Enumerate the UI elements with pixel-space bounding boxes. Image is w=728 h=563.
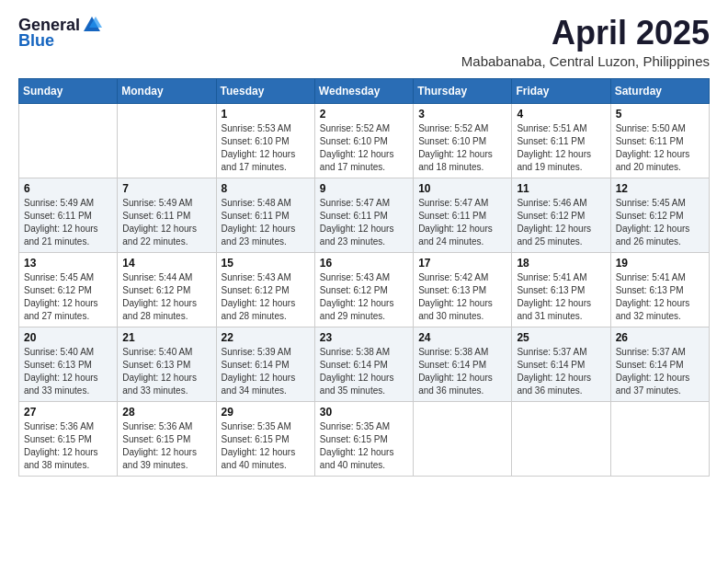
calendar-week-row: 1Sunrise: 5:53 AMSunset: 6:10 PMDaylight… [19, 103, 710, 178]
calendar-week-row: 27Sunrise: 5:36 AMSunset: 6:15 PMDayligh… [19, 401, 710, 476]
day-number: 24 [418, 331, 506, 344]
calendar-cell: 21Sunrise: 5:40 AMSunset: 6:13 PMDayligh… [118, 327, 216, 401]
day-info: Sunrise: 5:52 AMSunset: 6:10 PMDaylight:… [418, 122, 506, 174]
day-number: 29 [222, 406, 310, 419]
day-info: Sunrise: 5:47 AMSunset: 6:11 PMDaylight:… [320, 197, 408, 248]
calendar-cell [512, 401, 610, 476]
day-number: 4 [517, 108, 605, 121]
day-info: Sunrise: 5:40 AMSunset: 6:13 PMDaylight:… [24, 346, 112, 397]
calendar-cell: 11Sunrise: 5:46 AMSunset: 6:12 PMDayligh… [512, 178, 610, 252]
logo-blue: Blue [18, 31, 54, 51]
calendar-cell: 26Sunrise: 5:37 AMSunset: 6:14 PMDayligh… [610, 327, 709, 401]
calendar-cell: 17Sunrise: 5:42 AMSunset: 6:13 PMDayligh… [414, 252, 512, 327]
logo: General Blue [18, 15, 102, 51]
day-info: Sunrise: 5:44 AMSunset: 6:12 PMDaylight:… [122, 271, 210, 323]
calendar-cell: 6Sunrise: 5:49 AMSunset: 6:11 PMDaylight… [19, 178, 118, 252]
day-info: Sunrise: 5:37 AMSunset: 6:14 PMDaylight:… [517, 346, 605, 397]
calendar-cell: 13Sunrise: 5:45 AMSunset: 6:12 PMDayligh… [19, 252, 118, 327]
day-info: Sunrise: 5:49 AMSunset: 6:11 PMDaylight:… [24, 197, 112, 248]
calendar-table: SundayMondayTuesdayWednesdayThursdayFrid… [18, 78, 710, 477]
day-info: Sunrise: 5:37 AMSunset: 6:14 PMDaylight:… [616, 346, 704, 397]
calendar-cell: 20Sunrise: 5:40 AMSunset: 6:13 PMDayligh… [19, 327, 118, 401]
day-info: Sunrise: 5:38 AMSunset: 6:14 PMDaylight:… [418, 346, 506, 397]
calendar-cell: 3Sunrise: 5:52 AMSunset: 6:10 PMDaylight… [414, 103, 512, 178]
day-number: 21 [122, 331, 210, 344]
day-number: 30 [320, 406, 408, 419]
day-info: Sunrise: 5:48 AMSunset: 6:11 PMDaylight:… [222, 197, 310, 248]
day-number: 15 [222, 257, 310, 270]
day-number: 9 [320, 182, 408, 195]
calendar-week-row: 13Sunrise: 5:45 AMSunset: 6:12 PMDayligh… [19, 252, 710, 327]
day-number: 5 [616, 108, 704, 121]
day-number: 7 [122, 182, 210, 195]
calendar-cell: 9Sunrise: 5:47 AMSunset: 6:11 PMDaylight… [314, 178, 413, 252]
calendar-cell: 30Sunrise: 5:35 AMSunset: 6:15 PMDayligh… [314, 401, 413, 476]
day-info: Sunrise: 5:50 AMSunset: 6:11 PMDaylight:… [616, 122, 704, 174]
calendar-cell: 25Sunrise: 5:37 AMSunset: 6:14 PMDayligh… [512, 327, 610, 401]
calendar-cell: 12Sunrise: 5:45 AMSunset: 6:12 PMDayligh… [610, 178, 709, 252]
calendar-cell: 7Sunrise: 5:49 AMSunset: 6:11 PMDaylight… [118, 178, 216, 252]
day-number: 1 [222, 108, 310, 121]
calendar-cell: 16Sunrise: 5:43 AMSunset: 6:12 PMDayligh… [314, 252, 413, 327]
weekday-header: Tuesday [216, 78, 314, 103]
day-number: 11 [517, 182, 605, 195]
calendar-cell [19, 103, 118, 178]
day-info: Sunrise: 5:35 AMSunset: 6:15 PMDaylight:… [320, 420, 408, 472]
day-info: Sunrise: 5:51 AMSunset: 6:11 PMDaylight:… [517, 122, 605, 174]
title-section: April 2025 Mababanaba, Central Luzon, Ph… [461, 15, 710, 69]
day-number: 10 [418, 182, 506, 195]
day-number: 6 [24, 182, 112, 195]
calendar-cell: 19Sunrise: 5:41 AMSunset: 6:13 PMDayligh… [610, 252, 709, 327]
day-number: 26 [616, 331, 704, 344]
day-info: Sunrise: 5:41 AMSunset: 6:13 PMDaylight:… [616, 271, 704, 323]
calendar-cell: 1Sunrise: 5:53 AMSunset: 6:10 PMDaylight… [216, 103, 314, 178]
subtitle: Mababanaba, Central Luzon, Philippines [461, 53, 710, 69]
calendar-cell [414, 401, 512, 476]
day-number: 20 [24, 331, 112, 344]
day-info: Sunrise: 5:36 AMSunset: 6:15 PMDaylight:… [24, 420, 112, 472]
day-number: 12 [616, 182, 704, 195]
calendar-cell: 18Sunrise: 5:41 AMSunset: 6:13 PMDayligh… [512, 252, 610, 327]
day-info: Sunrise: 5:46 AMSunset: 6:12 PMDaylight:… [517, 197, 605, 248]
weekday-header: Wednesday [314, 78, 413, 103]
day-number: 13 [24, 257, 112, 270]
day-info: Sunrise: 5:35 AMSunset: 6:15 PMDaylight:… [222, 420, 310, 472]
day-info: Sunrise: 5:43 AMSunset: 6:12 PMDaylight:… [320, 271, 408, 323]
day-number: 18 [517, 257, 605, 270]
calendar-cell: 4Sunrise: 5:51 AMSunset: 6:11 PMDaylight… [512, 103, 610, 178]
day-info: Sunrise: 5:52 AMSunset: 6:10 PMDaylight:… [320, 122, 408, 174]
day-number: 25 [517, 331, 605, 344]
weekday-header: Thursday [414, 78, 512, 103]
calendar-cell: 27Sunrise: 5:36 AMSunset: 6:15 PMDayligh… [19, 401, 118, 476]
main-title: April 2025 [461, 15, 710, 52]
day-info: Sunrise: 5:43 AMSunset: 6:12 PMDaylight:… [222, 271, 310, 323]
calendar-cell: 29Sunrise: 5:35 AMSunset: 6:15 PMDayligh… [216, 401, 314, 476]
calendar-week-row: 6Sunrise: 5:49 AMSunset: 6:11 PMDaylight… [19, 178, 710, 252]
day-info: Sunrise: 5:38 AMSunset: 6:14 PMDaylight:… [320, 346, 408, 397]
calendar-cell: 15Sunrise: 5:43 AMSunset: 6:12 PMDayligh… [216, 252, 314, 327]
day-number: 14 [122, 257, 210, 270]
calendar-cell: 14Sunrise: 5:44 AMSunset: 6:12 PMDayligh… [118, 252, 216, 327]
day-number: 22 [222, 331, 310, 344]
calendar-cell: 10Sunrise: 5:47 AMSunset: 6:11 PMDayligh… [414, 178, 512, 252]
calendar-cell: 8Sunrise: 5:48 AMSunset: 6:11 PMDaylight… [216, 178, 314, 252]
calendar-cell: 28Sunrise: 5:36 AMSunset: 6:15 PMDayligh… [118, 401, 216, 476]
day-info: Sunrise: 5:47 AMSunset: 6:11 PMDaylight:… [418, 197, 506, 248]
calendar-cell: 23Sunrise: 5:38 AMSunset: 6:14 PMDayligh… [314, 327, 413, 401]
day-number: 28 [122, 406, 210, 419]
weekday-header: Friday [512, 78, 610, 103]
day-info: Sunrise: 5:39 AMSunset: 6:14 PMDaylight:… [222, 346, 310, 397]
weekday-header: Monday [118, 78, 216, 103]
day-info: Sunrise: 5:45 AMSunset: 6:12 PMDaylight:… [24, 271, 112, 323]
day-info: Sunrise: 5:49 AMSunset: 6:11 PMDaylight:… [122, 197, 210, 248]
weekday-header: Saturday [610, 78, 709, 103]
calendar-week-row: 20Sunrise: 5:40 AMSunset: 6:13 PMDayligh… [19, 327, 710, 401]
day-info: Sunrise: 5:45 AMSunset: 6:12 PMDaylight:… [616, 197, 704, 248]
calendar-cell: 22Sunrise: 5:39 AMSunset: 6:14 PMDayligh… [216, 327, 314, 401]
day-number: 19 [616, 257, 704, 270]
calendar-cell: 24Sunrise: 5:38 AMSunset: 6:14 PMDayligh… [414, 327, 512, 401]
calendar-cell: 5Sunrise: 5:50 AMSunset: 6:11 PMDaylight… [610, 103, 709, 178]
calendar-cell: 2Sunrise: 5:52 AMSunset: 6:10 PMDaylight… [314, 103, 413, 178]
day-info: Sunrise: 5:42 AMSunset: 6:13 PMDaylight:… [418, 271, 506, 323]
day-number: 17 [418, 257, 506, 270]
